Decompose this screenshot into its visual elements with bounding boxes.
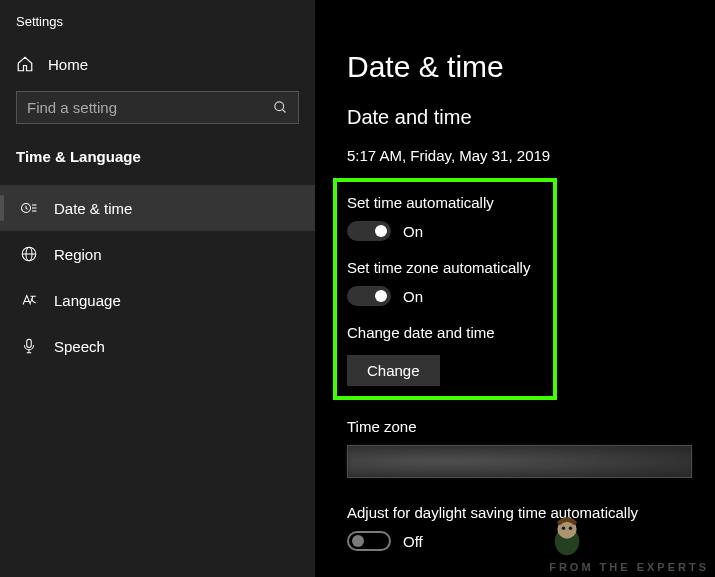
current-datetime: 5:17 AM, Friday, May 31, 2019: [347, 147, 715, 164]
sidebar: Settings Home Time & Language Date & tim…: [0, 0, 315, 577]
home-icon: [16, 55, 34, 73]
svg-point-0: [275, 102, 284, 111]
set-tz-auto-toggle[interactable]: [347, 286, 391, 306]
set-tz-auto-state: On: [403, 288, 423, 305]
category-title: Time & Language: [0, 144, 315, 185]
change-dt-label: Change date and time: [347, 324, 543, 341]
main-content: Date & time Date and time 5:17 AM, Frida…: [315, 0, 715, 577]
sidebar-item-label: Date & time: [54, 200, 132, 217]
set-time-auto-toggle[interactable]: [347, 221, 391, 241]
clock-text-icon: [20, 199, 38, 217]
dst-toggle[interactable]: [347, 531, 391, 551]
section-title: Date and time: [347, 106, 715, 129]
sidebar-home-label: Home: [48, 56, 88, 73]
sidebar-item-label: Language: [54, 292, 121, 309]
timezone-select[interactable]: [347, 445, 692, 478]
page-title: Date & time: [347, 50, 715, 84]
sidebar-item-language[interactable]: Language: [0, 277, 315, 323]
mascot-icon: [549, 515, 585, 557]
sidebar-item-speech[interactable]: Speech: [0, 323, 315, 369]
sidebar-item-label: Speech: [54, 338, 105, 355]
set-tz-auto-label: Set time zone automatically: [347, 259, 543, 276]
language-icon: [20, 291, 38, 309]
globe-icon: [20, 245, 38, 263]
dst-state: Off: [403, 533, 423, 550]
app-title: Settings: [0, 10, 315, 47]
dst-label: Adjust for daylight saving time automati…: [347, 504, 715, 521]
highlight-box: Set time automatically On Set time zone …: [333, 178, 557, 400]
svg-point-16: [569, 526, 573, 530]
set-time-auto-label: Set time automatically: [347, 194, 543, 211]
sidebar-home[interactable]: Home: [0, 47, 315, 91]
microphone-icon: [20, 337, 38, 355]
sidebar-item-date-time[interactable]: Date & time: [0, 185, 315, 231]
sidebar-item-label: Region: [54, 246, 102, 263]
watermark: FROM THE EXPERTS: [549, 561, 709, 573]
set-time-auto-state: On: [403, 223, 423, 240]
search-icon: [273, 100, 288, 115]
sidebar-item-region[interactable]: Region: [0, 231, 315, 277]
search-input[interactable]: [27, 99, 273, 116]
svg-point-15: [562, 526, 566, 530]
svg-line-1: [282, 109, 285, 112]
search-box[interactable]: [16, 91, 299, 124]
change-button[interactable]: Change: [347, 355, 440, 386]
timezone-label: Time zone: [347, 418, 715, 435]
svg-rect-10: [27, 339, 32, 347]
